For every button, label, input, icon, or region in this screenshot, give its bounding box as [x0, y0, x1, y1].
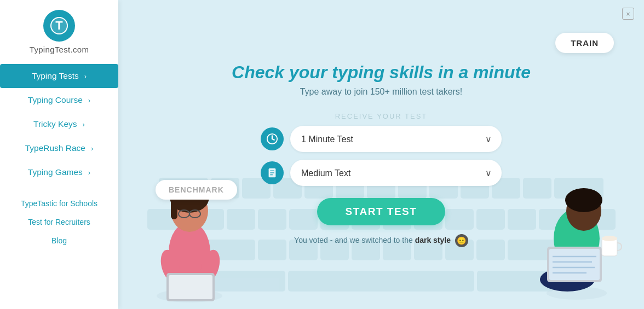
benchmark-pill[interactable]: BENCHMARK [156, 180, 237, 200]
person-right-illustration [526, 137, 628, 304]
logo-text: TypingTest.com [30, 45, 89, 54]
sidebar-item-typing-games[interactable]: Typing Games › [0, 160, 118, 184]
receive-text: RECEIVE YOUR TEST [335, 112, 428, 120]
sidebar-item-typing-tests[interactable]: Typing Tests › [0, 64, 118, 88]
clock-icon [261, 127, 284, 150]
sidebar-item-typing-course[interactable]: Typing Course › [0, 88, 118, 112]
logo-icon: T [43, 10, 75, 42]
svg-line-35 [272, 139, 274, 140]
svg-point-24 [565, 188, 602, 212]
duration-select[interactable]: 1 Minute Test 2 Minute Test 3 Minute Tes… [290, 126, 502, 152]
svg-text:T: T [55, 19, 63, 32]
train-pill[interactable]: TRAIN [555, 33, 614, 53]
svg-rect-26 [549, 249, 600, 280]
text-type-dropdown-row: Medium Text Easy Text Hard Text Numbers … [261, 160, 502, 186]
sidebar: T TypingTest.com Typing Tests › Typing C… [0, 0, 118, 309]
svg-rect-15 [171, 197, 177, 219]
sidebar-item-blog[interactable]: Blog [0, 231, 118, 250]
chevron-icon: › [91, 144, 93, 153]
start-test-button[interactable]: START TEST [317, 198, 446, 225]
headline: Check your typing skills in a minute [232, 62, 531, 83]
duration-dropdown-row: 1 Minute Test 2 Minute Test 3 Minute Tes… [261, 126, 502, 152]
chevron-icon: › [88, 96, 90, 104]
center-content: Check your typing skills in a minute Typ… [211, 62, 551, 247]
chevron-icon: › [83, 120, 85, 129]
vote-text: You voted - and we switched to the dark … [294, 234, 468, 247]
chevron-icon: › [88, 168, 90, 177]
main-content: × [118, 0, 644, 309]
svg-rect-12 [169, 275, 212, 299]
sidebar-item-recruiters[interactable]: Test for Recruiters [0, 213, 118, 231]
document-icon [261, 161, 284, 184]
close-button[interactable]: × [622, 8, 634, 20]
dropdowns-container: 1 Minute Test 2 Minute Test 3 Minute Tes… [261, 126, 502, 186]
logo: T TypingTest.com [30, 10, 89, 54]
subheadline: Type away to join 150+ million test take… [300, 87, 463, 97]
text-type-wrapper: Medium Text Easy Text Hard Text Numbers … [290, 160, 502, 186]
duration-wrapper: 1 Minute Test 2 Minute Test 3 Minute Tes… [290, 126, 502, 152]
text-type-select[interactable]: Medium Text Easy Text Hard Text Numbers [290, 160, 502, 186]
chevron-icon: › [84, 72, 87, 80]
sidebar-item-typerush-race[interactable]: TypeRush Race › [0, 136, 118, 160]
svg-point-32 [602, 236, 617, 241]
person-left-illustration [140, 121, 239, 309]
sidebar-item-tricky-keys[interactable]: Tricky Keys › [0, 112, 118, 136]
sidebar-item-typetastic[interactable]: TypeTastic for Schools [0, 194, 118, 213]
sidebar-nav: Typing Tests › Typing Course › Tricky Ke… [0, 64, 118, 250]
emoji-icon: 😑 [455, 234, 468, 247]
